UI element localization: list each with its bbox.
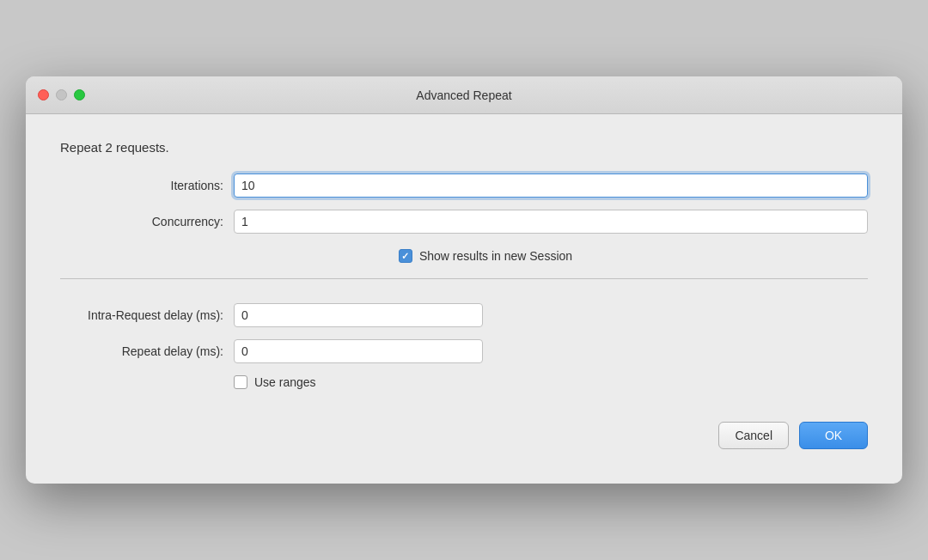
repeat-delay-label: Repeat delay (ms):	[60, 344, 223, 358]
repeat-delay-input[interactable]	[234, 339, 483, 363]
show-results-checkbox[interactable]	[399, 249, 412, 263]
button-row: Cancel OK	[60, 422, 868, 458]
section-divider	[60, 278, 868, 279]
iterations-label: Iterations:	[60, 179, 223, 192]
dialog-content: Repeat 2 requests. Iterations: Concurren…	[26, 114, 902, 484]
subtitle-text: Repeat 2 requests.	[60, 140, 868, 155]
intra-request-row: Intra-Request delay (ms):	[60, 303, 868, 327]
maximize-button[interactable]	[74, 89, 85, 100]
window-title: Advanced Repeat	[416, 88, 511, 102]
iterations-input[interactable]	[234, 173, 868, 198]
show-results-row: Show results in new Session	[60, 249, 868, 263]
intra-request-label: Intra-Request delay (ms):	[60, 308, 223, 322]
concurrency-row: Concurrency:	[60, 210, 868, 234]
close-button[interactable]	[38, 89, 49, 100]
repeat-delay-row: Repeat delay (ms):	[60, 339, 868, 363]
concurrency-input[interactable]	[234, 210, 868, 234]
dialog-window: Advanced Repeat Repeat 2 requests. Itera…	[26, 76, 902, 484]
use-ranges-label[interactable]: Use ranges	[234, 375, 316, 389]
show-results-label[interactable]: Show results in new Session	[399, 249, 572, 263]
use-ranges-checkbox[interactable]	[234, 375, 247, 389]
concurrency-label: Concurrency:	[60, 215, 223, 228]
traffic-lights	[38, 89, 85, 100]
iterations-row: Iterations:	[60, 173, 868, 198]
use-ranges-text: Use ranges	[254, 375, 316, 389]
show-results-text: Show results in new Session	[419, 249, 572, 263]
ok-button[interactable]: OK	[799, 422, 868, 449]
intra-request-input[interactable]	[234, 303, 483, 327]
titlebar: Advanced Repeat	[26, 76, 902, 114]
cancel-button[interactable]: Cancel	[718, 422, 789, 449]
minimize-button[interactable]	[56, 89, 67, 100]
use-ranges-row: Use ranges	[60, 375, 868, 389]
